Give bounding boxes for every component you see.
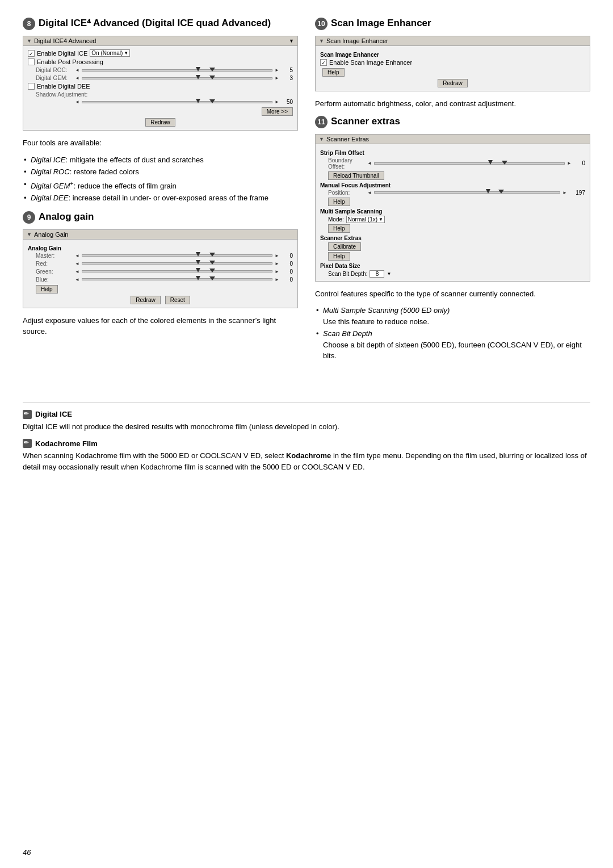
section-10-title: Scan Image Enhancer xyxy=(331,17,431,30)
section-8-number: 8 xyxy=(23,18,35,30)
analog-gain-body: Analog Gain Master: ◄ ► 0 Red: ◄ ► 0 xyxy=(23,240,297,308)
ice-redraw-button[interactable]: Redraw xyxy=(145,118,175,127)
more-button[interactable]: More >> xyxy=(262,107,293,116)
digital-gem-value: 3 xyxy=(282,75,293,81)
kodachrome-note-icon xyxy=(23,439,32,448)
calibrate-button[interactable]: Calibrate xyxy=(328,242,361,251)
digital-gem-right-arrow[interactable]: ► xyxy=(275,76,279,81)
boundary-value: 0 xyxy=(574,160,585,166)
analog-gain-buttons: Help xyxy=(28,285,293,293)
analog-bottom-buttons: Redraw Reset xyxy=(28,296,293,304)
red-slider[interactable] xyxy=(82,262,272,265)
kodachrome-note-text: When scanning Kodachrome film with the 5… xyxy=(23,450,590,472)
digital-ice-note-title: Digital ICE xyxy=(23,410,590,419)
section-11-header: 11 Scanner extras xyxy=(315,115,590,128)
bullet-item: Scan Bit DepthChoose a bit depth of sixt… xyxy=(315,328,590,362)
position-label: Position: xyxy=(328,190,365,196)
manual-focus-help-row: Help xyxy=(320,198,585,206)
digital-roc-left-arrow[interactable]: ◄ xyxy=(75,68,79,73)
green-label: Green: xyxy=(36,269,73,275)
analog-help-button[interactable]: Help xyxy=(36,285,58,293)
scanner-extras-body: Strip Film Offset Boundary Offset: ◄ ► 0… xyxy=(316,144,590,281)
digital-roc-slider[interactable] xyxy=(82,69,272,72)
digital-gem-row: Digital GEM: ◄ ► 3 xyxy=(28,75,293,81)
digital-ice-mode-select[interactable]: On (Normal) ▼ xyxy=(90,49,130,57)
analog-redraw-button[interactable]: Redraw xyxy=(131,296,160,304)
scan-image-enhancer-panel: ▼ Scan Image Enhancer Scan Image Enhance… xyxy=(315,36,590,91)
digital-gem-slider[interactable] xyxy=(82,77,272,79)
multi-sample-label: Multi Sample Scanning xyxy=(320,208,585,215)
scan-bit-depth-input[interactable]: 8 xyxy=(370,270,384,278)
blue-slider[interactable] xyxy=(82,278,272,280)
enable-post-processing-checkbox[interactable] xyxy=(28,58,35,65)
digital-roc-right-arrow[interactable]: ► xyxy=(275,68,279,73)
blue-row: Blue: ◄ ► 0 xyxy=(28,276,293,283)
enable-digital-ice-label: Enable Digital ICE xyxy=(37,50,87,57)
master-slider[interactable] xyxy=(82,254,272,257)
position-row: Position: ◄ ► 197 xyxy=(320,190,585,196)
scanner-extras-panel: ▼ Scanner Extras Strip Film Offset Bound… xyxy=(315,134,590,282)
scanner-extras-help-button[interactable]: Help xyxy=(328,252,350,261)
analog-gain-titlebar: ▼ Analog Gain xyxy=(23,230,297,240)
bullet-item: Digital DEE: increase detail in under- o… xyxy=(23,192,298,204)
section-9: 9 Analog gain ▼ Analog Gain Analog Gain … xyxy=(23,211,298,337)
pixel-data-label: Pixel Data Size xyxy=(320,263,585,269)
scanner-extras-title-label: Scanner Extras xyxy=(326,136,369,142)
strip-film-label: Strip Film Offset xyxy=(320,150,585,156)
kodachrome-note-title: Kodachrome Film xyxy=(23,439,590,448)
digital-ice-note-text: Digital ICE will not produce the desired… xyxy=(23,421,590,433)
calibrate-row: Calibrate xyxy=(320,242,585,251)
section11-bullets: Multi Sample Scanning (5000 ED only)Use … xyxy=(315,305,590,362)
digital-gem-label: Digital GEM: xyxy=(36,75,73,81)
section-10-header: 10 Scan Image Enhancer xyxy=(315,17,590,30)
digital-ice-panel: ▼ Digital ICE4 Advanced ▼ Enable Digital… xyxy=(23,36,298,131)
position-value: 197 xyxy=(569,190,585,196)
scan-image-redraw-button[interactable]: Redraw xyxy=(438,79,467,87)
section-9-header: 9 Analog gain xyxy=(23,211,298,224)
multi-sample-help-row: Help xyxy=(320,224,585,233)
section-10: 10 Scan Image Enhancer ▼ Scan Image Enha… xyxy=(315,17,590,110)
titlebar-arrow: ▼ xyxy=(27,38,32,44)
master-row: Master: ◄ ► 0 xyxy=(28,253,293,259)
boundary-slider[interactable] xyxy=(374,162,565,165)
kodachrome-note: Kodachrome Film When scanning Kodachrome… xyxy=(23,439,590,472)
enable-scan-enhancer-checkbox[interactable] xyxy=(320,59,327,66)
position-slider[interactable] xyxy=(374,191,560,194)
green-slider[interactable] xyxy=(82,270,272,272)
digital-ice-note: Digital ICE Digital ICE will not produce… xyxy=(23,410,590,433)
digital-ice-note-icon xyxy=(23,410,32,419)
manual-focus-help-button[interactable]: Help xyxy=(328,198,350,206)
enable-digital-dee-row: Enable Digital DEE xyxy=(28,83,293,90)
section-8: 8 Digital ICE⁴ Advanced (Digital ICE qua… xyxy=(23,17,298,204)
enable-scan-enhancer-row: Enable Scan Image Enhancer xyxy=(320,59,585,66)
mode-label: Mode: xyxy=(328,216,344,223)
red-value: 0 xyxy=(282,261,293,267)
scanner-extras-section-label: Scanner Extras xyxy=(320,235,585,241)
analog-titlebar-arrow: ▼ xyxy=(27,232,32,237)
titlebar-dropdown-icon[interactable]: ▼ xyxy=(289,38,294,44)
enable-digital-ice-checkbox[interactable] xyxy=(28,50,35,57)
red-label: Red: xyxy=(36,261,73,267)
reload-thumbnail-button[interactable]: Reload Thumbnail xyxy=(328,171,384,180)
analog-reset-button[interactable]: Reset xyxy=(165,296,190,304)
scan-image-help-button[interactable]: Help xyxy=(322,68,345,77)
digital-gem-left-arrow[interactable]: ◄ xyxy=(75,76,79,81)
shadow-right-arrow[interactable]: ► xyxy=(275,99,279,104)
section-8-header: 8 Digital ICE⁴ Advanced (Digital ICE qua… xyxy=(23,17,298,30)
manual-focus-label: Manual Focus Adjustment xyxy=(320,182,585,188)
enable-digital-dee-checkbox[interactable] xyxy=(28,83,35,90)
bullet-item: Digital ICE: mitigate the effects of dus… xyxy=(23,154,298,166)
shadow-adjustment-label: Shadow Adjustment: xyxy=(28,91,293,98)
mode-select[interactable]: Normal (1x) ▼ xyxy=(346,216,385,223)
scan-bit-depth-row: Scan Bit Depth: 8 ▼ xyxy=(320,270,585,278)
red-row: Red: ◄ ► 0 xyxy=(28,261,293,267)
scan-bit-dropdown-arrow[interactable]: ▼ xyxy=(387,271,391,276)
digital-roc-row: Digital ROC: ◄ ► 5 xyxy=(28,67,293,73)
master-label: Master: xyxy=(36,253,73,259)
shadow-slider[interactable] xyxy=(82,101,272,103)
bullet-item: Digital GEM+: reduce the effects of film… xyxy=(23,179,298,192)
scan-bit-depth-label: Scan Bit Depth: xyxy=(328,271,367,277)
multi-sample-help-button[interactable]: Help xyxy=(328,224,350,233)
shadow-left-arrow[interactable]: ◄ xyxy=(75,99,79,104)
boundary-offset-label: Boundary Offset: xyxy=(328,157,365,170)
